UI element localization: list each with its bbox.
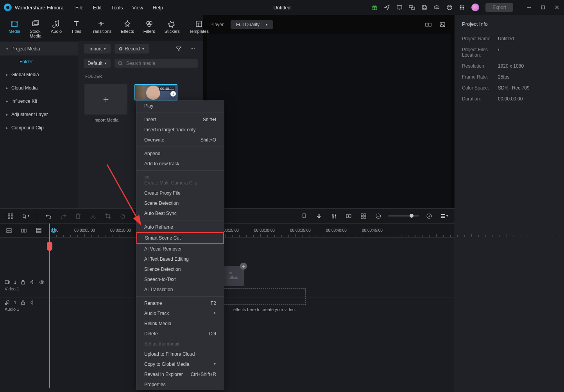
ctx-ai-vocal-remover[interactable]: AI Vocal Remover [136,244,224,254]
picture-view-icon[interactable] [437,20,448,30]
video-track-row[interactable]: 1 Video 1 [0,277,455,297]
ctx-insert-in-target-track-only[interactable]: Insert in target track only [136,125,224,135]
ctx-silence-detection[interactable]: Silence Detection [136,264,224,274]
track-layout3-icon[interactable] [34,226,44,236]
more-icon[interactable] [188,44,198,54]
track-layout2-icon[interactable] [19,226,29,236]
sidebar-item-compound-clip[interactable]: ▸Compound Clip [0,121,78,134]
gift-icon[interactable] [371,4,378,11]
ctx-audio-track[interactable]: Audio Track▸ [136,308,224,319]
record-dropdown[interactable]: Record▾ [115,44,149,54]
visibility-icon[interactable] [39,279,45,285]
ctx-delete[interactable]: DeleteDel [136,329,224,339]
save-icon[interactable] [421,4,428,11]
menu-edit[interactable]: Edit [93,5,102,11]
apps-icon[interactable] [459,4,465,11]
sidebar-item-influence-kit[interactable]: ▸Influence Kit [0,95,78,108]
ctx-overwrite[interactable]: OverwriteShift+O [136,135,224,145]
zoom-in-icon[interactable] [424,211,434,221]
tab-transitions[interactable]: Transitions [86,17,116,41]
display2-icon[interactable] [409,4,415,11]
menu-tools[interactable]: Tools [111,5,123,11]
ctx-copy-to-global-media[interactable]: Copy to Global Media▸ [136,359,224,369]
menu-view[interactable]: View [132,5,143,11]
import-dropdown[interactable]: Import▾ [84,44,111,54]
zoom-slider[interactable] [388,215,419,217]
track-manage-icon[interactable] [5,211,16,221]
cloud-icon[interactable] [434,4,440,11]
menu-file[interactable]: File [75,5,84,11]
fit-icon[interactable]: ▾ [439,211,449,221]
sort-dropdown[interactable]: Default▾ [84,59,111,68]
timeline-ruler[interactable]: 0:00 00:00:05:00 00:00:10:00 00:00:25:00… [0,224,455,238]
ctx-scene-detection[interactable]: Scene Detection [136,198,224,208]
ctx-insert[interactable]: InsertShift+I [136,115,224,125]
mic-icon[interactable] [314,211,324,221]
display1-icon[interactable] [396,4,403,11]
lock-icon[interactable] [20,300,26,305]
sidebar-item-global-media[interactable]: ▸Global Media [0,68,78,81]
ctx-speech-to-text[interactable]: Speech-to-Text [136,274,224,285]
ctx-ai-text-based-editing[interactable]: AI Text Based Editing [136,254,224,264]
sidebar-item-adjustment-layer[interactable]: ▸Adjustment Layer [0,108,78,121]
playhead[interactable] [49,224,50,388]
zoom-out-icon[interactable] [373,211,383,221]
menu-help[interactable]: Help [152,5,163,11]
ctx-ai-translation[interactable]: AI Translation [136,285,224,295]
send-icon[interactable] [384,4,390,11]
ctx-properties[interactable]: Properties [136,379,224,390]
grid-icon[interactable] [358,211,369,221]
marker-icon[interactable] [299,211,309,221]
ctx-create-proxy-file[interactable]: Create Proxy File [136,188,224,198]
sidebar-child-folder[interactable]: Folder [0,55,78,68]
ctx-auto-beat-sync[interactable]: Auto Beat Sync [136,208,224,218]
filter-icon[interactable] [174,44,184,54]
clip-add-icon[interactable]: + [170,91,176,97]
tab-effects[interactable]: Effects [116,17,138,41]
minimize-icon[interactable] [526,4,532,11]
compare-view-icon[interactable] [423,20,433,30]
speed-icon[interactable] [118,211,128,221]
render-icon[interactable] [344,211,354,221]
tab-stickers[interactable]: Stickers [160,17,184,41]
cursor-icon[interactable]: ▾ [20,211,30,221]
ctx-auto-reframe[interactable]: Auto Reframe [136,222,224,232]
mute-icon[interactable] [30,300,35,305]
export-button[interactable]: Export [485,3,513,12]
tab-media[interactable]: Media [4,17,25,41]
ctx-upload-to-filmora-cloud[interactable]: Upload to Filmora Cloud [136,349,224,359]
ctx-rename[interactable]: RenameF2 [136,298,224,308]
search-input[interactable] [126,61,195,66]
ruler-tick: 00:00:10:00 [110,228,131,233]
sidebar-item-project-media[interactable]: ▾Project Media [0,42,78,55]
profile-avatar[interactable] [471,4,479,11]
lock-icon[interactable] [20,279,26,285]
ctx-play[interactable]: Play [136,101,224,111]
tab-stock-media[interactable]: Stock Media [25,17,46,41]
mute-icon[interactable] [30,279,35,285]
tab-titles[interactable]: Titles [66,17,86,41]
ctx-reveal-in-explorer[interactable]: Reveal In ExplorerCtrl+Shift+R [136,369,224,379]
ctx-append[interactable]: Append [136,149,224,159]
tab-audio[interactable]: Audio [46,17,66,41]
maximize-icon[interactable] [540,4,546,11]
undo-icon[interactable] [43,211,54,221]
cut-icon[interactable] [88,211,98,221]
timeline-tracks[interactable]: + effects here to create your video. 1 V… [0,238,455,392]
close-icon[interactable] [554,4,560,11]
sidebar-item-cloud-media[interactable]: ▸Cloud Media [0,81,78,95]
audio-track-row[interactable]: 1 Audio 1 [0,297,455,317]
redo-icon[interactable] [58,211,68,221]
mixer-icon[interactable] [329,211,339,221]
search-media[interactable] [115,59,198,68]
support-icon[interactable] [446,4,453,11]
quality-dropdown[interactable]: Full Quality▾ [231,20,273,29]
tab-filters[interactable]: Filters [139,17,160,41]
ctx-relink-media[interactable]: Relink Media [136,319,224,329]
delete-icon[interactable] [73,211,83,221]
track-layout1-icon[interactable] [4,226,14,236]
crop-icon[interactable] [103,211,113,221]
ctx-add-to-new-track[interactable]: Add to new track [136,159,224,169]
import-media-tile[interactable]: + Import Media [84,84,127,122]
ctx-smart-scene-cut[interactable]: Smart Scene Cut [136,232,224,244]
